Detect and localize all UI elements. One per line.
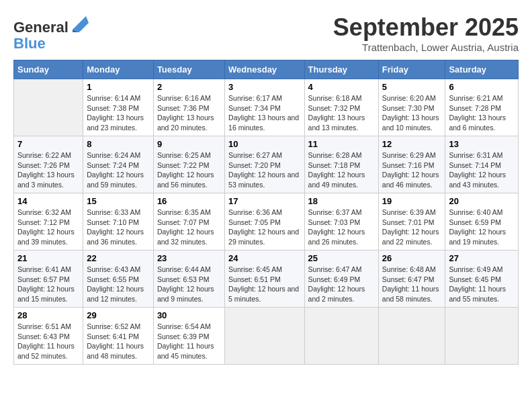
- day-number: 29: [87, 310, 150, 320]
- day-info: Sunrise: 6:20 AMSunset: 7:30 PMDaylight:…: [382, 93, 442, 133]
- day-cell: 21Sunrise: 6:41 AMSunset: 6:57 PMDayligh…: [14, 250, 83, 308]
- day-info: Sunrise: 6:28 AMSunset: 7:18 PMDaylight:…: [308, 150, 375, 190]
- day-info: Sunrise: 6:24 AMSunset: 7:24 PMDaylight:…: [87, 150, 150, 190]
- logo: General Blue: [13, 13, 89, 52]
- day-number: 6: [449, 82, 515, 92]
- day-number: 12: [382, 139, 442, 149]
- day-info: Sunrise: 6:41 AMSunset: 6:57 PMDaylight:…: [17, 265, 79, 304]
- day-number: 17: [228, 196, 300, 206]
- day-info: Sunrise: 6:52 AMSunset: 6:41 PMDaylight:…: [87, 322, 150, 361]
- day-cell: 6Sunrise: 6:21 AMSunset: 7:28 PMDaylight…: [445, 79, 519, 136]
- calendar-header: SundayMondayTuesdayWednesdayThursdayFrid…: [14, 60, 519, 79]
- day-info: Sunrise: 6:25 AMSunset: 7:22 PMDaylight:…: [157, 150, 221, 190]
- day-info: Sunrise: 6:14 AMSunset: 7:38 PMDaylight:…: [87, 93, 150, 133]
- day-info: Sunrise: 6:35 AMSunset: 7:07 PMDaylight:…: [157, 208, 221, 247]
- day-cell: [378, 308, 445, 365]
- day-cell: 7Sunrise: 6:22 AMSunset: 7:26 PMDaylight…: [14, 136, 83, 193]
- day-info: Sunrise: 6:33 AMSunset: 7:10 PMDaylight:…: [87, 208, 150, 247]
- day-cell: [304, 308, 378, 365]
- day-info: Sunrise: 6:21 AMSunset: 7:28 PMDaylight:…: [449, 93, 515, 133]
- day-number: 10: [228, 139, 300, 149]
- day-number: 5: [382, 82, 442, 92]
- day-number: 24: [228, 253, 300, 263]
- day-info: Sunrise: 6:44 AMSunset: 6:53 PMDaylight:…: [157, 265, 221, 304]
- day-info: Sunrise: 6:51 AMSunset: 6:43 PMDaylight:…: [17, 322, 79, 361]
- day-cell: 25Sunrise: 6:47 AMSunset: 6:49 PMDayligh…: [304, 250, 378, 308]
- header-cell-friday: Friday: [378, 60, 445, 79]
- day-number: 8: [87, 139, 150, 149]
- day-cell: 27Sunrise: 6:49 AMSunset: 6:45 PMDayligh…: [445, 250, 519, 308]
- day-number: 27: [449, 253, 515, 263]
- header-row: SundayMondayTuesdayWednesdayThursdayFrid…: [14, 60, 519, 79]
- day-number: 28: [17, 310, 79, 320]
- day-number: 3: [228, 82, 300, 92]
- day-cell: [14, 79, 83, 136]
- day-number: 14: [17, 196, 79, 206]
- day-info: Sunrise: 6:31 AMSunset: 7:14 PMDaylight:…: [449, 150, 515, 190]
- day-info: Sunrise: 6:17 AMSunset: 7:34 PMDaylight:…: [228, 93, 300, 133]
- day-cell: 1Sunrise: 6:14 AMSunset: 7:38 PMDaylight…: [83, 79, 154, 136]
- day-cell: 14Sunrise: 6:32 AMSunset: 7:12 PMDayligh…: [14, 193, 83, 250]
- day-info: Sunrise: 6:22 AMSunset: 7:26 PMDaylight:…: [17, 150, 79, 190]
- day-number: 9: [157, 139, 221, 149]
- day-number: 1: [87, 82, 150, 92]
- day-cell: 23Sunrise: 6:44 AMSunset: 6:53 PMDayligh…: [153, 250, 224, 308]
- day-cell: 30Sunrise: 6:54 AMSunset: 6:39 PMDayligh…: [153, 308, 224, 365]
- week-row-3: 14Sunrise: 6:32 AMSunset: 7:12 PMDayligh…: [14, 193, 519, 250]
- header-cell-thursday: Thursday: [304, 60, 378, 79]
- day-info: Sunrise: 6:47 AMSunset: 6:49 PMDaylight:…: [308, 265, 375, 304]
- day-number: 22: [87, 253, 150, 263]
- header-cell-saturday: Saturday: [445, 60, 519, 79]
- day-number: 25: [308, 253, 375, 263]
- day-cell: 16Sunrise: 6:35 AMSunset: 7:07 PMDayligh…: [153, 193, 224, 250]
- header-cell-monday: Monday: [83, 60, 154, 79]
- day-number: 30: [157, 310, 221, 320]
- day-cell: 4Sunrise: 6:18 AMSunset: 7:32 PMDaylight…: [304, 79, 378, 136]
- svg-marker-0: [73, 16, 89, 32]
- day-info: Sunrise: 6:40 AMSunset: 6:59 PMDaylight:…: [449, 208, 515, 247]
- header-cell-sunday: Sunday: [14, 60, 83, 79]
- day-cell: [225, 308, 304, 365]
- day-cell: [445, 308, 519, 365]
- day-cell: 10Sunrise: 6:27 AMSunset: 7:20 PMDayligh…: [225, 136, 304, 193]
- day-number: 2: [157, 82, 221, 92]
- week-row-2: 7Sunrise: 6:22 AMSunset: 7:26 PMDaylight…: [14, 136, 519, 193]
- day-cell: 22Sunrise: 6:43 AMSunset: 6:55 PMDayligh…: [83, 250, 154, 308]
- week-row-5: 28Sunrise: 6:51 AMSunset: 6:43 PMDayligh…: [14, 308, 519, 365]
- location-title: Trattenbach, Lower Austria, Austria: [333, 42, 519, 53]
- day-info: Sunrise: 6:18 AMSunset: 7:32 PMDaylight:…: [308, 93, 375, 133]
- day-number: 7: [17, 139, 79, 149]
- day-info: Sunrise: 6:37 AMSunset: 7:03 PMDaylight:…: [308, 208, 375, 247]
- week-row-1: 1Sunrise: 6:14 AMSunset: 7:38 PMDaylight…: [14, 79, 519, 136]
- day-info: Sunrise: 6:36 AMSunset: 7:05 PMDaylight:…: [228, 208, 300, 247]
- day-number: 19: [382, 196, 442, 206]
- calendar-body: 1Sunrise: 6:14 AMSunset: 7:38 PMDaylight…: [14, 79, 519, 365]
- day-number: 15: [87, 196, 150, 206]
- day-cell: 3Sunrise: 6:17 AMSunset: 7:34 PMDaylight…: [225, 79, 304, 136]
- day-cell: 19Sunrise: 6:39 AMSunset: 7:01 PMDayligh…: [378, 193, 445, 250]
- day-number: 20: [449, 196, 515, 206]
- day-info: Sunrise: 6:29 AMSunset: 7:16 PMDaylight:…: [382, 150, 442, 190]
- logo-blue: Blue: [13, 35, 46, 52]
- day-info: Sunrise: 6:32 AMSunset: 7:12 PMDaylight:…: [17, 208, 79, 247]
- day-cell: 15Sunrise: 6:33 AMSunset: 7:10 PMDayligh…: [83, 193, 154, 250]
- day-cell: 2Sunrise: 6:16 AMSunset: 7:36 PMDaylight…: [153, 79, 224, 136]
- day-cell: 28Sunrise: 6:51 AMSunset: 6:43 PMDayligh…: [14, 308, 83, 365]
- day-cell: 5Sunrise: 6:20 AMSunset: 7:30 PMDaylight…: [378, 79, 445, 136]
- month-title: September 2025: [333, 13, 519, 42]
- day-cell: 24Sunrise: 6:45 AMSunset: 6:51 PMDayligh…: [225, 250, 304, 308]
- day-info: Sunrise: 6:39 AMSunset: 7:01 PMDaylight:…: [382, 208, 442, 247]
- day-number: 26: [382, 253, 442, 263]
- day-number: 11: [308, 139, 375, 149]
- day-info: Sunrise: 6:27 AMSunset: 7:20 PMDaylight:…: [228, 150, 300, 190]
- day-info: Sunrise: 6:54 AMSunset: 6:39 PMDaylight:…: [157, 322, 221, 361]
- day-cell: 17Sunrise: 6:36 AMSunset: 7:05 PMDayligh…: [225, 193, 304, 250]
- day-info: Sunrise: 6:16 AMSunset: 7:36 PMDaylight:…: [157, 93, 221, 133]
- day-number: 13: [449, 139, 515, 149]
- day-info: Sunrise: 6:49 AMSunset: 6:45 PMDaylight:…: [449, 265, 515, 304]
- day-number: 23: [157, 253, 221, 263]
- logo-icon: [70, 13, 89, 32]
- day-info: Sunrise: 6:43 AMSunset: 6:55 PMDaylight:…: [87, 265, 150, 304]
- title-block: September 2025 Trattenbach, Lower Austri…: [333, 13, 519, 53]
- calendar-table: SundayMondayTuesdayWednesdayThursdayFrid…: [13, 60, 519, 365]
